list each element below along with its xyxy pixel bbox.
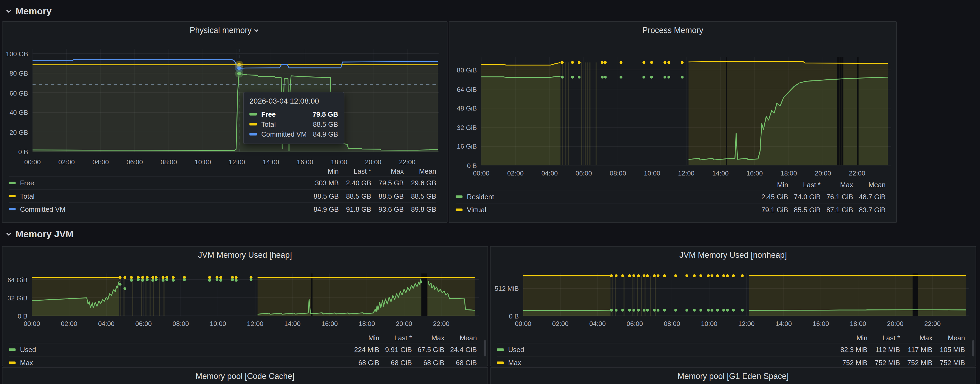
legend-sort-max[interactable]: Max (900, 334, 932, 341)
legend: MinLast *MaxMeanResident2.45 GiB74.0 GiB… (456, 179, 886, 216)
legend-row: Committed VM84.9 GB91.8 GB93.6 GB89.8 GB (9, 202, 436, 216)
series-color-swatch (249, 123, 257, 125)
y-axis-tick: 80 GiB (449, 66, 477, 74)
x-axis-tick: 12:00 (673, 169, 700, 176)
x-axis-tick: 14:00 (278, 319, 306, 327)
panel-title-text: Memory pool [G1 Eden Space] (678, 371, 789, 381)
time-series-chart[interactable] (523, 273, 969, 316)
legend-sort-mean[interactable]: Mean (404, 167, 436, 175)
legend-sort-last[interactable]: Last * (339, 167, 371, 175)
panel-title[interactable]: Physical memory (2, 25, 447, 35)
section-title: Memory (16, 6, 52, 16)
x-axis-tick: 12:00 (733, 319, 760, 327)
y-axis-tick: 512 MiB (490, 285, 519, 292)
legend-value: 752 MiB (835, 359, 867, 367)
series-color-swatch (249, 113, 257, 115)
panel-title[interactable]: JVM Memory Used [nonheap] (490, 250, 975, 260)
x-axis-tick: 00:00 (19, 158, 46, 165)
legend-sort-last[interactable]: Last * (379, 334, 412, 341)
legend-scrollbar[interactable] (972, 340, 974, 357)
panel-title-text: Physical memory (190, 25, 252, 35)
x-axis-tick: 02:00 (547, 319, 574, 327)
legend-series-label[interactable]: Virtual (467, 206, 486, 214)
legend-sort-min[interactable]: Min (347, 334, 379, 341)
legend-sort-mean[interactable]: Mean (932, 334, 965, 341)
y-axis-tick: 16 GiB (449, 143, 477, 150)
x-axis-tick: 10:00 (189, 158, 216, 165)
grafana-dashboard: Memory Physical memory 2026-03-04 12:08:… (0, 0, 980, 384)
time-series-chart[interactable] (32, 49, 439, 152)
x-axis-tick: 04:00 (87, 158, 115, 165)
legend-value: 303 MB (306, 179, 339, 187)
legend-series-label[interactable]: Total (20, 192, 35, 200)
x-axis-tick: 12:00 (223, 158, 251, 165)
panel-jvm-heap: JVM Memory Used [heap] 64 GiB32 GiB0 B00… (2, 246, 488, 367)
time-series-chart[interactable] (481, 57, 891, 165)
panel-title-text: Memory pool [Code Cache] (196, 371, 294, 381)
section-header-memory[interactable]: Memory (5, 6, 52, 16)
panel-memory-pool-g1-eden: Memory pool [G1 Eden Space] (490, 367, 976, 384)
series-color-swatch (456, 195, 463, 198)
x-axis-tick: 12:00 (242, 319, 269, 327)
panel-physical-memory: Physical memory 2026-03-04 12:08:00 Free… (2, 21, 448, 223)
x-axis-tick: 20:00 (881, 319, 909, 327)
legend-value: 752 MiB (932, 359, 965, 367)
legend-value: 87.1 GiB (821, 206, 853, 214)
legend-sort-last[interactable]: Last * (867, 334, 900, 341)
chevron-down-icon (5, 230, 13, 238)
y-axis-tick: 0 B (2, 148, 28, 156)
legend-series-label[interactable]: Free (20, 179, 34, 187)
legend-value: 84.9 GB (306, 205, 339, 213)
panel-title-text: Process Memory (642, 25, 703, 35)
panel-title[interactable]: Memory pool [Code Cache] (2, 371, 487, 381)
legend-scrollbar[interactable] (484, 340, 486, 357)
legend-series-label[interactable]: Used (508, 346, 524, 353)
x-axis-tick: 06:00 (570, 169, 597, 176)
legend-value: 68 GiB (347, 359, 379, 367)
legend-sort-min[interactable]: Min (306, 167, 339, 175)
y-axis-tick: 48 GiB (449, 105, 477, 112)
panel-title[interactable]: Memory pool [G1 Eden Space] (490, 371, 975, 381)
x-axis-tick: 10:00 (695, 319, 723, 327)
legend-header: MinLast *MaxMean (456, 179, 886, 190)
legend-series-label[interactable]: Max (20, 359, 33, 367)
section-header-memory-jvm[interactable]: Memory JVM (5, 228, 73, 239)
x-axis-tick: 20:00 (360, 158, 387, 165)
legend-sort-max[interactable]: Max (371, 167, 404, 175)
x-axis-tick: 22:00 (843, 169, 871, 176)
legend-value: 9.91 GiB (379, 346, 412, 353)
legend-sort-last[interactable]: Last * (788, 181, 821, 188)
x-axis-tick: 06:00 (621, 319, 648, 327)
legend-value: 85.5 GiB (788, 206, 821, 214)
panel-title[interactable]: Process Memory (449, 25, 896, 35)
series-color-swatch (9, 182, 16, 184)
legend-series-label[interactable]: Max (508, 359, 521, 367)
x-axis-tick: 06:00 (121, 158, 148, 165)
legend-row: Used224 MiB9.91 GiB67.5 GiB24.4 GiB (9, 343, 477, 356)
legend-value: 74.0 GiB (788, 193, 821, 200)
tooltip-series-label: Total (261, 121, 276, 128)
series-color-swatch (9, 208, 16, 210)
legend-sort-min[interactable]: Min (756, 181, 788, 188)
x-axis-tick: 04:00 (584, 319, 611, 327)
legend-value: 48.7 GiB (853, 193, 886, 200)
x-axis-tick: 18:00 (325, 158, 353, 165)
time-series-chart[interactable] (32, 273, 480, 316)
legend-header: MinLast *MaxMean (9, 332, 477, 343)
legend-value: 88.5 GB (339, 192, 371, 200)
series-color-swatch (9, 195, 16, 197)
legend-sort-mean[interactable]: Mean (853, 181, 886, 188)
legend-series-label[interactable]: Committed VM (20, 205, 65, 213)
legend-sort-max[interactable]: Max (412, 334, 444, 341)
legend-sort-mean[interactable]: Mean (444, 334, 477, 341)
y-axis-tick: 80 GB (2, 69, 28, 77)
legend-series-label[interactable]: Resident (467, 193, 494, 200)
legend-series-label[interactable]: Used (20, 346, 36, 353)
legend-sort-min[interactable]: Min (835, 334, 867, 341)
legend-row: Used82.3 MiB112 MiB117 MiB105 MiB (497, 343, 965, 356)
legend-sort-max[interactable]: Max (821, 181, 853, 188)
panel-title[interactable]: JVM Memory Used [heap] (2, 250, 487, 260)
panel-jvm-nonheap: JVM Memory Used [nonheap] 512 MiB0 B00:0… (490, 246, 976, 367)
legend-value: 93.6 GB (371, 205, 404, 213)
legend-row: Free303 MB2.40 GB79.5 GB29.6 GB (9, 176, 436, 189)
